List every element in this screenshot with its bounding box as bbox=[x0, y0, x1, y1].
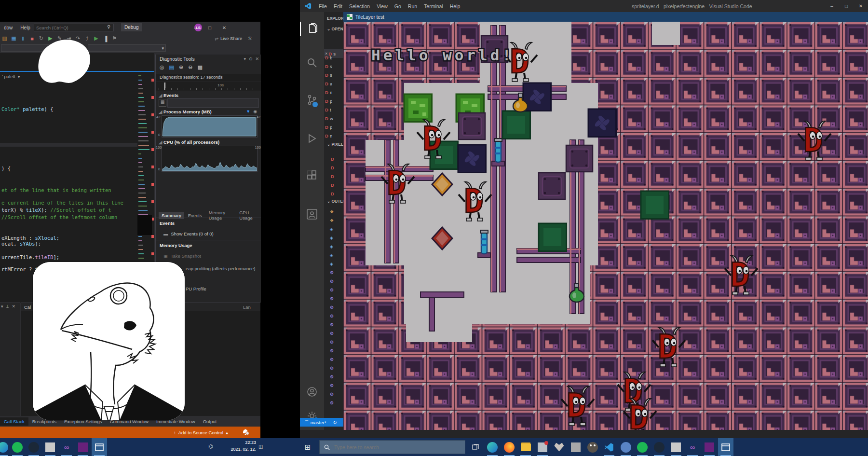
outline-symbol-item[interactable]: ⚙ bbox=[324, 303, 343, 312]
outline-symbol-item[interactable]: ◈ bbox=[324, 234, 343, 242]
vscode-menu-item[interactable]: Selection bbox=[346, 0, 373, 12]
open-editor-item[interactable]: Db bbox=[324, 53, 343, 62]
outline-symbol-item[interactable]: ⚙ bbox=[324, 268, 343, 277]
outline-symbol-item[interactable]: ⚙ bbox=[324, 399, 343, 407]
open-editor-item[interactable]: Dn bbox=[324, 131, 343, 140]
taskbar-app-spotify[interactable] bbox=[10, 438, 25, 456]
open-editor-item[interactable]: Dt bbox=[324, 105, 343, 114]
tray-wrench-icon[interactable]: ⌬ bbox=[208, 443, 213, 450]
visibility-icon[interactable]: ◉ bbox=[253, 109, 257, 114]
task-view-button[interactable] bbox=[468, 438, 483, 456]
minimize-icon[interactable]: – bbox=[188, 22, 203, 33]
outline-symbol-item[interactable]: ◈ bbox=[324, 242, 343, 251]
filter-icon[interactable]: ▼ bbox=[246, 109, 250, 114]
project-file-item[interactable]: D bbox=[324, 172, 343, 180]
timeline-ruler[interactable]: 10s bbox=[156, 82, 261, 91]
outline-symbol-item[interactable]: ❖ bbox=[324, 207, 343, 216]
vscode-menu-item[interactable]: View bbox=[373, 0, 391, 12]
open-editor-item[interactable]: Dw bbox=[324, 114, 343, 123]
heap-profiling-checkbox-label[interactable]: eap profiling (affects performance) bbox=[186, 266, 260, 271]
outline-symbol-item[interactable]: ⚙ bbox=[324, 381, 343, 390]
outline-symbol-item[interactable]: ⚙ bbox=[324, 320, 343, 329]
outline-symbol-item[interactable]: ◈ bbox=[324, 251, 343, 260]
maximize-icon[interactable]: □ bbox=[203, 22, 217, 33]
taskbar-clock[interactable]: 22:23 2021. 02. 12. bbox=[215, 440, 256, 455]
taskbar-app-purple[interactable] bbox=[75, 438, 91, 456]
outline-symbol-item[interactable]: ⚙ bbox=[324, 338, 343, 346]
events-section-header[interactable]: ◢ Events bbox=[159, 93, 178, 98]
vscode-menu-item[interactable]: Edit bbox=[330, 0, 346, 12]
chevron-down-icon[interactable]: ▾ bbox=[1, 304, 3, 309]
vscode-menu-item[interactable]: Help bbox=[447, 0, 464, 12]
pause-icon[interactable]: ‖ bbox=[18, 36, 27, 41]
vscode-menu-item[interactable]: Go bbox=[391, 0, 405, 12]
taskbar-app-grey-tool[interactable] bbox=[568, 438, 583, 456]
taskbar-app-notes[interactable] bbox=[668, 438, 684, 456]
outline-symbol-item[interactable]: ⚙ bbox=[324, 373, 343, 381]
vs-menu-item[interactable]: dow bbox=[0, 22, 16, 33]
vs-debug-menu[interactable]: Debug bbox=[121, 23, 142, 31]
taskbar-app-mail[interactable] bbox=[535, 438, 550, 456]
open-editor-item[interactable]: Ds bbox=[324, 62, 343, 70]
taskbar-app-firefox[interactable] bbox=[502, 438, 517, 456]
vs-search-input[interactable] bbox=[34, 24, 114, 31]
taskbar-app-active-window[interactable] bbox=[718, 438, 733, 456]
start-button[interactable]: ⊞ bbox=[300, 438, 315, 456]
extensions-icon[interactable] bbox=[306, 170, 318, 183]
close-icon[interactable]: ✕ bbox=[12, 304, 15, 309]
taskbar-app-steam[interactable] bbox=[26, 438, 41, 456]
outline-symbol-item[interactable]: ⚙ bbox=[324, 364, 343, 373]
open-editor-item[interactable]: Dp bbox=[324, 97, 343, 105]
taskbar-app-purple[interactable] bbox=[702, 438, 717, 456]
panel-tab[interactable]: Call Stack bbox=[0, 417, 28, 426]
outline-symbol-item[interactable]: ◈ bbox=[324, 225, 343, 234]
pin-icon[interactable]: ⊙ bbox=[249, 56, 253, 61]
outline-symbol-item[interactable]: ⚙ bbox=[324, 355, 343, 364]
project-file-item[interactable]: D bbox=[324, 163, 343, 172]
outline-symbol-item[interactable]: ⚙ bbox=[324, 390, 343, 399]
editor-splitter[interactable] bbox=[0, 143, 154, 147]
accounts-icon[interactable] bbox=[306, 386, 318, 400]
maximize-icon[interactable]: □ bbox=[839, 0, 854, 12]
outline-symbol-item[interactable]: ⚙ bbox=[324, 294, 343, 303]
taskbar-search-input[interactable] bbox=[319, 440, 465, 454]
pin-icon[interactable]: ⊥ bbox=[6, 304, 10, 309]
open-editor-item[interactable]: Dn bbox=[324, 88, 343, 97]
taskbar-app-owl[interactable] bbox=[585, 438, 600, 456]
taskbar-app-edge[interactable] bbox=[0, 438, 11, 456]
live-share-button[interactable]: ⥂ Live Share ℛ bbox=[215, 33, 252, 43]
add-to-source-control-button[interactable]: ↑ Add to Source Control ▴ bbox=[174, 430, 228, 435]
outline-symbol-item[interactable]: ⚙ bbox=[324, 346, 343, 355]
open-editor-item[interactable]: Dp bbox=[324, 123, 343, 131]
zoom-in-icon[interactable]: ⊕ bbox=[179, 64, 183, 70]
take-snapshot-button[interactable]: ▣ Take Snapshot bbox=[163, 253, 201, 259]
outline-symbol-item[interactable]: ◈ bbox=[324, 260, 343, 268]
project-file-item[interactable]: D bbox=[324, 189, 343, 198]
game-canvas[interactable]: D bbox=[343, 22, 868, 430]
stop-icon[interactable]: ■ bbox=[27, 36, 37, 41]
export-icon[interactable]: ▤ bbox=[169, 64, 174, 70]
outline-symbol-item[interactable]: ❖ bbox=[324, 216, 343, 225]
folder-section-header[interactable]: ⌄ PIXELPE bbox=[327, 142, 343, 147]
vs-menu-item[interactable]: Help bbox=[16, 22, 34, 33]
notification-bell-icon[interactable] bbox=[242, 428, 249, 436]
language-column-header[interactable]: Lan bbox=[243, 304, 251, 310]
diagnostics-tab[interactable]: CPU Usage bbox=[236, 209, 261, 221]
taskbar-app-active-window[interactable] bbox=[92, 438, 107, 456]
chevron-down-icon[interactable]: ▾ bbox=[244, 56, 246, 61]
show-events-link[interactable]: ▬ Show Events (0 of 0) bbox=[163, 231, 214, 236]
diagnostics-tab[interactable]: Memory Usage bbox=[206, 209, 236, 221]
vscode-menu-item[interactable]: File bbox=[315, 0, 330, 12]
outline-symbol-item[interactable]: ⚙ bbox=[324, 329, 343, 338]
close-icon[interactable]: ✕ bbox=[854, 0, 868, 12]
taskbar-app-sphere[interactable] bbox=[618, 438, 634, 456]
panel-tab[interactable]: Output bbox=[199, 417, 221, 426]
flag-icon[interactable]: ⚑ bbox=[110, 35, 119, 41]
taskbar-app-visual-studio[interactable]: ∞ bbox=[685, 438, 700, 456]
new-file-icon[interactable]: ▥ bbox=[0, 35, 9, 41]
run-debug-icon[interactable] bbox=[306, 133, 318, 146]
search-icon[interactable] bbox=[306, 57, 318, 70]
taskbar-app-notes[interactable] bbox=[42, 438, 58, 456]
vscode-menu-item[interactable]: Run bbox=[405, 0, 420, 12]
minimize-icon[interactable]: – bbox=[825, 0, 839, 12]
